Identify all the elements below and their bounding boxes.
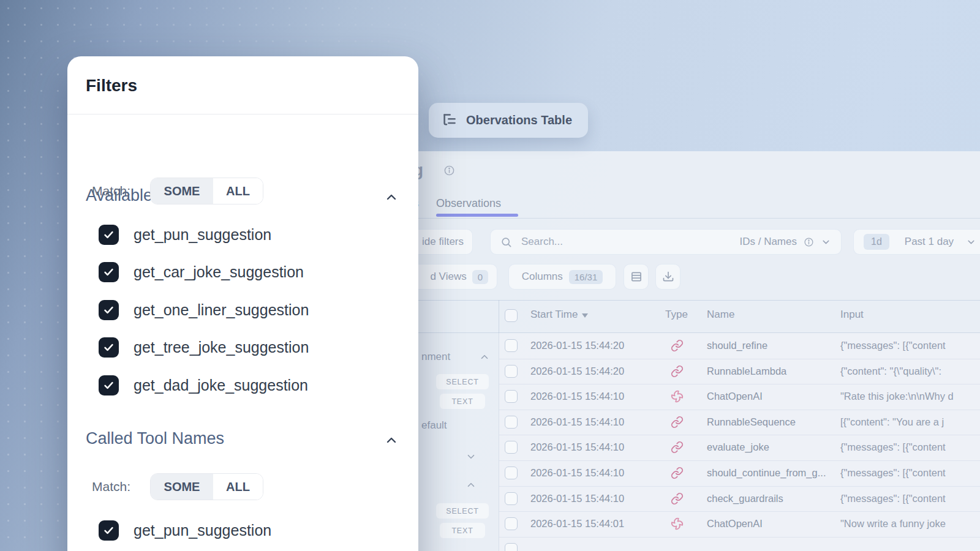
search-bar[interactable]: Search... IDs / Names: [490, 229, 842, 255]
cell-name: ChatOpenAI: [707, 384, 763, 410]
saved-views-label: d Views: [430, 271, 466, 283]
tooltip-label: Obervations Table: [466, 113, 572, 127]
columns-count-badge: 16/31: [569, 270, 603, 284]
cell-input: {"content": "{\"quality\":: [840, 359, 941, 384]
cell-name: RunnableLambda: [707, 359, 786, 384]
chevron-down-icon: [821, 237, 831, 247]
table-row[interactable]: 2026-01-15 15:44:10 check_guardrails {"m…: [499, 486, 980, 512]
row-checkbox[interactable]: [505, 416, 518, 429]
search-scope-label: IDs / Names: [739, 236, 797, 248]
chevron-down-icon[interactable]: [466, 451, 477, 462]
cell-start-time: 2026-01-15 15:44:10: [530, 410, 624, 435]
row-checkbox[interactable]: [505, 492, 518, 505]
columns-label: Columns: [522, 271, 563, 283]
saved-views-count-badge: 0: [472, 270, 488, 284]
observations-table-tooltip: Obervations Table: [429, 103, 588, 138]
row-checkbox[interactable]: [505, 390, 518, 403]
observations-page: ng s Observations ide filters Search... …: [402, 151, 980, 551]
fan-icon: [671, 390, 684, 403]
table-row[interactable]: 2026-01-15 15:44:10 ChatOpenAI "Rate thi…: [499, 384, 980, 410]
row-checkbox[interactable]: [505, 467, 518, 479]
cell-name: check_guardrails: [707, 486, 783, 512]
time-range-select[interactable]: 1d Past 1 day: [853, 229, 980, 255]
filter-item: get_one_liner_suggestion: [99, 300, 309, 320]
match-toggle[interactable]: SOME ALL: [150, 178, 263, 204]
download-button[interactable]: [655, 264, 680, 290]
chevron-down-icon: [966, 237, 976, 247]
link-icon: [671, 441, 684, 454]
text-type-badge: TEXT: [440, 523, 485, 538]
download-icon: [662, 271, 674, 283]
cell-start-time: 2026-01-15 15:44:10: [530, 460, 624, 486]
row-checkbox[interactable]: [505, 441, 518, 454]
link-icon: [671, 492, 684, 505]
search-placeholder: Search...: [521, 236, 563, 248]
tab-observations[interactable]: Observations: [436, 197, 501, 210]
filter-item-label: get_pun_suggestion: [134, 226, 271, 244]
table-row[interactable]: 2026-01-15 15:44:10 evaluate_joke {"mess…: [499, 435, 980, 461]
filter-item: get_car_joke_suggestion: [99, 262, 304, 282]
match-option-all[interactable]: ALL: [213, 178, 263, 204]
table-row[interactable]: 2026-01-15 15:44:10 RunnableSequence [{"…: [499, 410, 980, 436]
checkbox-checked[interactable]: [99, 520, 119, 541]
column-header-type[interactable]: Type: [665, 309, 688, 321]
match-toggle[interactable]: SOME ALL: [150, 473, 263, 500]
cell-start-time: 2026-01-15 15:44:10: [530, 486, 624, 512]
checkbox-checked[interactable]: [99, 375, 119, 395]
filter-item: get_tree_joke_suggestion: [99, 337, 309, 358]
cell-name: evaluate_joke: [707, 435, 769, 460]
link-icon: [671, 416, 684, 429]
cell-start-time: 2026-01-15 15:44:10: [530, 384, 624, 410]
default-option-fragment: efault: [421, 419, 447, 432]
filters-panel-title: Filters: [86, 76, 137, 96]
match-option-some[interactable]: SOME: [151, 474, 213, 500]
checkbox-checked[interactable]: [99, 300, 119, 320]
table-top-border: [402, 300, 980, 301]
chevron-up-icon[interactable]: [384, 190, 399, 204]
cell-start-time: 2026-01-15 15:44:20: [530, 359, 624, 384]
cell-input: "Rate this joke:\n\nWhy d: [840, 384, 954, 410]
match-option-all[interactable]: ALL: [213, 474, 263, 500]
column-header-start-time[interactable]: Start Time: [530, 309, 588, 321]
search-scope-dropdown[interactable]: IDs / Names: [739, 236, 831, 248]
table-row[interactable]: 2026-01-15 15:44:01 ChatOpenAI "Now writ…: [499, 511, 980, 538]
chevron-up-icon[interactable]: [384, 433, 399, 448]
select-type-badge: SELECT: [436, 374, 489, 389]
columns-button[interactable]: Columns 16/31: [508, 264, 616, 290]
cell-start-time: 2026-01-15 15:44:20: [530, 333, 624, 359]
match-label: Match:: [92, 178, 130, 204]
filter-item-label: get_pun_suggestion: [134, 522, 271, 539]
table-row[interactable]: 2026-01-15 15:44:10 should_continue_from…: [499, 460, 980, 487]
checkbox-checked[interactable]: [99, 337, 119, 358]
row-checkbox[interactable]: [505, 365, 518, 378]
filter-item-label: get_car_joke_suggestion: [134, 263, 304, 281]
row-checkbox[interactable]: [505, 543, 518, 551]
filter-item-label: get_tree_joke_suggestion: [134, 339, 309, 356]
table-row[interactable]: [499, 537, 980, 551]
checkbox-checked[interactable]: [99, 225, 119, 245]
column-header-name[interactable]: Name: [707, 309, 734, 321]
time-range-label: Past 1 day: [905, 236, 954, 248]
checkbox-checked[interactable]: [99, 262, 119, 282]
cell-input: {"messages": [{"content: [840, 486, 946, 512]
cell-name: should_continue_from_g...: [707, 460, 826, 486]
filter-item-label: get_one_liner_suggestion: [134, 301, 309, 319]
cell-input: {"messages": [{"content: [840, 435, 946, 460]
column-header-input[interactable]: Input: [840, 309, 864, 321]
select-type-badge: SELECT: [436, 503, 489, 519]
row-checkbox[interactable]: [505, 517, 518, 530]
select-all-checkbox[interactable]: [505, 309, 518, 322]
active-tab-underline: [436, 214, 518, 217]
cell-name: should_refine: [707, 333, 767, 359]
chevron-up-icon[interactable]: [466, 479, 477, 490]
table-row[interactable]: 2026-01-15 15:44:20 RunnableLambda {"con…: [499, 359, 980, 385]
row-checkbox[interactable]: [505, 339, 518, 352]
chevron-up-icon[interactable]: [479, 351, 490, 362]
tabs-divider: [402, 218, 980, 219]
match-option-some[interactable]: SOME: [151, 178, 213, 204]
info-icon[interactable]: [443, 165, 455, 176]
table-row[interactable]: 2026-01-15 15:44:20 should_refine {"mess…: [499, 333, 980, 359]
env-section-fragment: nment: [421, 351, 450, 363]
row-height-button[interactable]: [624, 264, 649, 290]
list-tree-icon: [441, 112, 458, 129]
